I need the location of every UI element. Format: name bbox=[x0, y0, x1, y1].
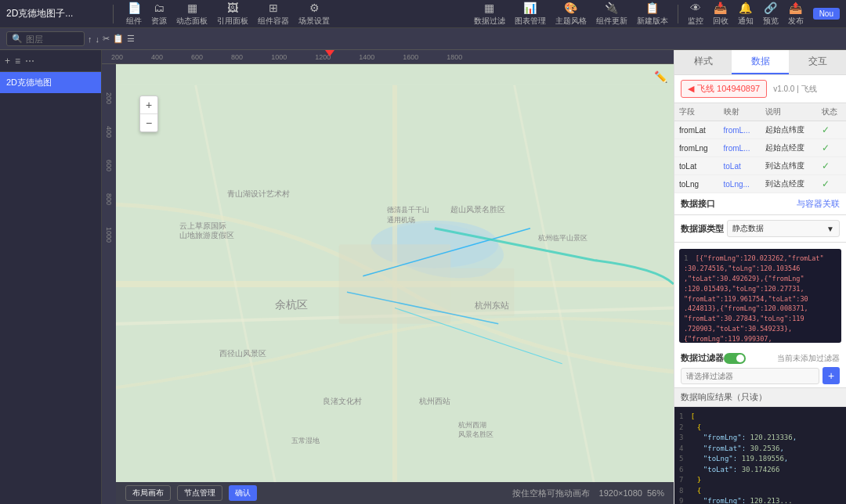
ruler-tick-400: 400 bbox=[151, 53, 163, 61]
map-container[interactable]: 200 400 600 800 1000 1200 1400 1600 1800… bbox=[102, 50, 674, 504]
mapping-fromlng[interactable]: fromL... bbox=[719, 139, 761, 157]
toolbar-theme-label: 主题风格 bbox=[555, 16, 587, 27]
toolbar-plugin-label: 组件更新 bbox=[596, 16, 627, 27]
sidebar-icon-3[interactable]: ⋯ bbox=[25, 56, 34, 67]
toolbar-chart[interactable]: 📊 图表管理 bbox=[515, 2, 546, 27]
layer-icon-cut[interactable]: ✂ bbox=[103, 34, 110, 44]
toggle-knob bbox=[736, 355, 744, 362]
toolbar-left-group: 📄 组件 🗂 资源 ▦ 动态面板 🖼 引用面板 ⊞ 组件容器 ⚙ 场景设置 bbox=[126, 2, 330, 27]
confirm-button[interactable]: 确认 bbox=[229, 485, 257, 501]
flight-back-button[interactable]: ◀ 飞线 104940897 bbox=[681, 80, 767, 98]
toolbar-container[interactable]: ⊞ 组件容器 bbox=[258, 2, 289, 27]
ruler-tick-1400: 1400 bbox=[359, 53, 374, 61]
toolbar-theme[interactable]: 🎨 主题风格 bbox=[555, 2, 587, 27]
svg-text:风景名胜区: 风景名胜区 bbox=[458, 430, 494, 438]
mapping-tolng[interactable]: toLng... bbox=[719, 175, 761, 193]
desc-tolat: 到达点纬度 bbox=[761, 157, 817, 175]
add-filter-button[interactable]: + bbox=[822, 367, 840, 384]
zoom-in-button[interactable]: + bbox=[140, 96, 157, 113]
data-interface-section: 数据接口 与容器关联 bbox=[674, 193, 846, 215]
canvas-layout-button[interactable]: 布局画布 bbox=[125, 485, 171, 501]
toolbar-preview[interactable]: 👁 监控 bbox=[688, 2, 703, 27]
right-panel-tabs: 样式 数据 交互 bbox=[674, 50, 846, 75]
filter-input-field[interactable] bbox=[681, 368, 819, 384]
table-row: toLat toLat 到达点纬度 ✓ bbox=[674, 157, 846, 175]
ruler-tick-800: 800 bbox=[231, 53, 243, 61]
main-area: + ≡ ⋯ 2D克德地图 200 400 600 800 1000 1200 1… bbox=[0, 50, 846, 504]
toolbar-preview-label: 监控 bbox=[688, 16, 703, 27]
toolbar-dynamic[interactable]: ▦ 动态面板 bbox=[176, 2, 208, 27]
json-response-line-5: 5 "toLng": 119.189556, bbox=[679, 454, 841, 465]
tab-interact-label: 交互 bbox=[808, 55, 827, 68]
second-toolbar: 🔍 ↑ ↓ ✂ 📋 ☰ bbox=[0, 28, 846, 50]
toolbar-share[interactable]: 🔗 预览 bbox=[763, 2, 779, 27]
node-management-button[interactable]: 节点管理 bbox=[177, 485, 222, 501]
toolbar-right-group: ▦ 数据过滤 📊 图表管理 🎨 主题风格 🔌 组件更新 📋 新建版本 👁 监控 … bbox=[474, 2, 840, 27]
toolbar-ref[interactable]: 🖼 引用面板 bbox=[217, 2, 248, 27]
toolbar-dynamic-label: 动态面板 bbox=[176, 16, 208, 27]
toolbar-new-version-label: 新建版本 bbox=[637, 16, 668, 27]
svg-text:山地旅游度假区: 山地旅游度假区 bbox=[179, 231, 234, 239]
toolbar-file[interactable]: 📄 组件 bbox=[126, 2, 142, 27]
ruler-left: 200 400 600 800 1000 bbox=[102, 64, 116, 504]
response-title: 数据响应结果（只读） bbox=[681, 392, 767, 401]
toolbar-settings[interactable]: ⚙ 场景设置 bbox=[298, 2, 330, 27]
layer-search-box[interactable]: 🔍 bbox=[6, 31, 85, 46]
layer-icon-down[interactable]: ↓ bbox=[96, 34, 100, 44]
toolbar-resource[interactable]: 🗂 资源 bbox=[151, 2, 167, 27]
toolbar-new-version[interactable]: 📋 新建版本 bbox=[637, 2, 668, 27]
layer-icon-copy[interactable]: 📋 bbox=[113, 34, 124, 44]
toolbar-data-filter[interactable]: ▦ 数据过滤 bbox=[474, 2, 505, 27]
field-table: 字段 映射 说明 状态 fromLat fromL... 起始点纬度 ✓ fro… bbox=[674, 103, 846, 193]
layer-icon-up[interactable]: ↑ bbox=[88, 34, 92, 44]
toolbar-nou[interactable]: Nou bbox=[813, 8, 840, 20]
layer-item-2d-map[interactable]: 2D克德地图 bbox=[0, 72, 101, 93]
sidebar-toolbar: + ≡ ⋯ bbox=[0, 50, 101, 72]
new-version-icon: 📋 bbox=[645, 2, 659, 14]
mapping-tolat[interactable]: toLat bbox=[719, 157, 761, 175]
filter-input-row: + bbox=[681, 367, 840, 384]
json-response-line-1: 1 [ bbox=[679, 412, 841, 423]
tab-style[interactable]: 样式 bbox=[674, 50, 732, 74]
chevron-down-icon: ▼ bbox=[826, 225, 834, 233]
mapping-fromlat[interactable]: fromL... bbox=[719, 121, 761, 139]
plugin-icon: 🔌 bbox=[605, 2, 618, 14]
filter-toggle[interactable] bbox=[724, 353, 746, 364]
toolbar-recycle[interactable]: 📥 回收 bbox=[713, 2, 728, 27]
tab-interact[interactable]: 交互 bbox=[789, 50, 846, 74]
ruler-ticks: 200 400 600 800 1000 1200 1400 1600 1800 bbox=[108, 50, 490, 63]
resource-icon: 🗂 bbox=[154, 2, 164, 14]
layer-icon-menu[interactable]: ☰ bbox=[127, 34, 135, 44]
col-status: 状态 bbox=[817, 103, 846, 121]
ref-icon: 🖼 bbox=[227, 2, 238, 14]
toolbar-publish-label: 发布 bbox=[788, 16, 804, 27]
flight-back-label: 飞线 104940897 bbox=[697, 83, 760, 95]
field-fromlng: fromLng bbox=[674, 139, 719, 157]
toolbar-plugin[interactable]: 🔌 组件更新 bbox=[596, 2, 627, 27]
map-resolution: 1920×1080 bbox=[599, 488, 642, 498]
file-icon: 📄 bbox=[128, 2, 141, 14]
toolbar-notify[interactable]: 🔔 通知 bbox=[738, 2, 754, 27]
map-canvas[interactable]: 余杭区 杭州东站 云上草原国际 山地旅游度假区 青山湖设计艺术村 超山风景名胜区… bbox=[116, 64, 674, 504]
layer-search-input[interactable] bbox=[26, 34, 81, 44]
response-header: 数据响应结果（只读） bbox=[674, 388, 846, 407]
nou-label: Nou bbox=[819, 9, 833, 18]
canvas-edit-icon[interactable]: ✏️ bbox=[654, 70, 667, 83]
data-type-select[interactable]: 静态数据 ▼ bbox=[727, 220, 840, 237]
svg-text:余杭区: 余杭区 bbox=[275, 298, 308, 311]
field-fromlat: fromLat bbox=[674, 121, 719, 139]
status-fromlng: ✓ bbox=[817, 139, 846, 157]
data-interface-title: 数据接口 bbox=[681, 198, 715, 210]
json-display[interactable]: 1 [{"fromLng":120.023262,"fromLat" :30.2… bbox=[679, 249, 841, 343]
toolbar-publish[interactable]: 📤 发布 bbox=[788, 2, 804, 27]
json-response-line-6: 6 "toLat": 30.174266 bbox=[679, 465, 841, 476]
sidebar-icon-2[interactable]: ≡ bbox=[15, 56, 20, 67]
json-line-num-1: 1 bbox=[684, 254, 688, 262]
json-content: [{"fromLng":120.023262,"fromLat" :30.274… bbox=[684, 254, 824, 343]
toolbar-file-label: 组件 bbox=[126, 16, 142, 27]
toolbar-share-label: 预览 bbox=[763, 16, 779, 27]
tab-data[interactable]: 数据 bbox=[732, 50, 789, 74]
sidebar-icon-1[interactable]: + bbox=[5, 56, 10, 67]
svg-text:云上草原国际: 云上草原国际 bbox=[179, 221, 226, 230]
zoom-out-button[interactable]: − bbox=[140, 114, 157, 131]
